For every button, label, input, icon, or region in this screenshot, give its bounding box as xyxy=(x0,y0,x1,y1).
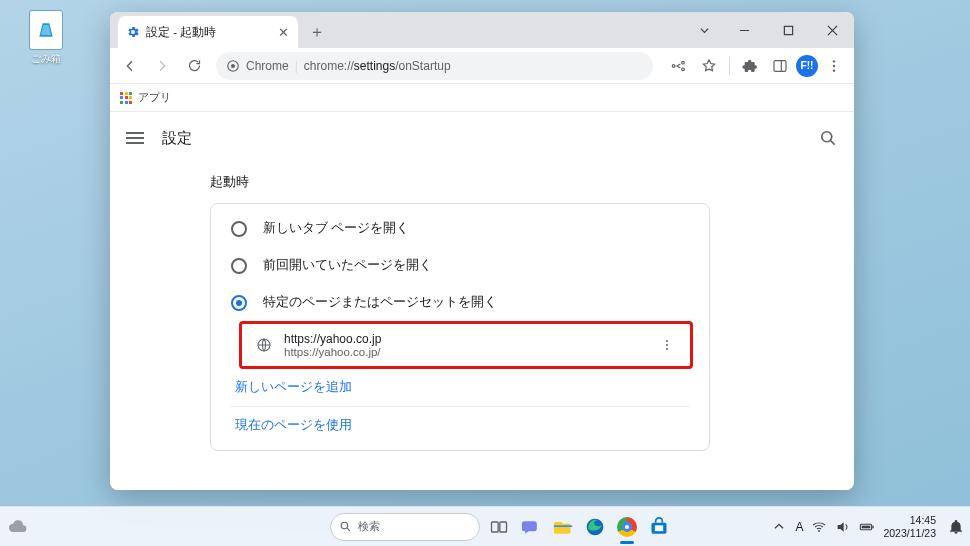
radio-icon xyxy=(231,258,247,274)
menu-icon[interactable] xyxy=(126,132,144,144)
browser-tab[interactable]: 設定 - 起動時 ✕ xyxy=(118,16,298,48)
globe-icon xyxy=(256,337,272,353)
taskbar-widgets[interactable] xyxy=(8,517,28,537)
svg-point-8 xyxy=(822,132,832,142)
svg-rect-25 xyxy=(862,525,871,528)
svg-point-2 xyxy=(231,63,235,67)
bookmark-star-button[interactable] xyxy=(695,52,723,80)
use-current-row[interactable]: 現在のページを使用 xyxy=(211,407,709,444)
share-button[interactable] xyxy=(665,52,693,80)
battery-icon[interactable] xyxy=(859,519,875,535)
option-label: 特定のページまたはページセットを開く xyxy=(263,294,497,311)
apps-label[interactable]: アプリ xyxy=(138,90,171,105)
forward-button[interactable] xyxy=(148,52,176,80)
page-row[interactable]: https://yahoo.co.jp https://yahoo.co.jp/ xyxy=(242,324,690,366)
taskbar-chat-icon[interactable] xyxy=(518,514,544,540)
new-tab-button[interactable]: ＋ xyxy=(304,19,330,45)
page-entry-title: https://yahoo.co.jp xyxy=(284,332,381,346)
browser-toolbar: Chrome | chrome://settings/onStartup xyxy=(110,48,854,84)
tab-overflow-button[interactable] xyxy=(686,12,722,48)
svg-point-7 xyxy=(833,69,835,71)
chrome-window: 設定 - 起動時 ✕ ＋ Chrome xyxy=(110,12,854,490)
start-button[interactable] xyxy=(298,514,324,540)
svg-point-11 xyxy=(666,340,668,342)
add-page-link: 新しいページを追加 xyxy=(235,380,352,394)
startup-page-entry: https://yahoo.co.jp https://yahoo.co.jp/ xyxy=(239,321,693,369)
notification-icon[interactable] xyxy=(948,519,964,535)
chrome-icon xyxy=(226,59,240,73)
radio-icon-selected xyxy=(231,295,247,311)
maximize-button[interactable] xyxy=(766,12,810,48)
volume-icon[interactable] xyxy=(835,519,851,535)
svg-point-5 xyxy=(833,60,835,62)
svg-rect-0 xyxy=(784,26,792,34)
ime-indicator[interactable]: A xyxy=(795,520,803,534)
settings-content: 設定 起動時 新しいタブ ページを開く 前回開いていたページを開く xyxy=(110,112,854,490)
extensions-button[interactable] xyxy=(736,52,764,80)
startup-options-card: 新しいタブ ページを開く 前回開いていたページを開く 特定のページまたはページセ… xyxy=(210,203,710,451)
use-current-link: 現在のページを使用 xyxy=(235,418,352,432)
page-title: 設定 xyxy=(162,129,192,148)
svg-rect-17 xyxy=(500,522,507,532)
time-text: 14:45 xyxy=(883,514,936,526)
side-panel-button[interactable] xyxy=(766,52,794,80)
svg-point-6 xyxy=(833,64,835,66)
taskbar-explorer-icon[interactable] xyxy=(550,514,576,540)
address-text: chrome://settings/onStartup xyxy=(304,59,451,73)
recycle-bin-label: ごみ箱 xyxy=(22,52,70,66)
back-button[interactable] xyxy=(116,52,144,80)
add-page-row[interactable]: 新しいページを追加 xyxy=(211,369,709,406)
section-title: 起動時 xyxy=(210,174,854,191)
option-new-tab[interactable]: 新しいタブ ページを開く xyxy=(211,210,709,247)
weather-icon xyxy=(8,517,28,537)
address-prefix: Chrome xyxy=(246,59,289,73)
apps-icon[interactable] xyxy=(120,92,132,104)
svg-point-14 xyxy=(341,522,348,529)
bookmarks-bar: アプリ xyxy=(110,84,854,112)
tab-close-icon[interactable]: ✕ xyxy=(276,25,290,39)
option-label: 新しいタブ ページを開く xyxy=(263,220,409,237)
window-controls xyxy=(686,12,854,48)
option-specific-pages[interactable]: 特定のページまたはページセットを開く xyxy=(211,284,709,321)
address-bar[interactable]: Chrome | chrome://settings/onStartup xyxy=(216,52,653,80)
tray-chevron-icon[interactable] xyxy=(771,519,787,535)
gear-icon xyxy=(126,25,140,39)
svg-rect-16 xyxy=(492,522,499,532)
titlebar: 設定 - 起動時 ✕ ＋ xyxy=(110,12,854,48)
taskbar: 検索 A 14:45 2023/11/23 xyxy=(0,506,970,546)
taskbar-edge-icon[interactable] xyxy=(582,514,608,540)
svg-point-22 xyxy=(819,530,821,532)
chrome-menu-button[interactable] xyxy=(820,52,848,80)
svg-line-15 xyxy=(347,528,350,531)
minimize-button[interactable] xyxy=(722,12,766,48)
svg-point-12 xyxy=(666,344,668,346)
close-window-button[interactable] xyxy=(810,12,854,48)
option-label: 前回開いていたページを開く xyxy=(263,257,432,274)
option-continue[interactable]: 前回開いていたページを開く xyxy=(211,247,709,284)
taskbar-clock[interactable]: 14:45 2023/11/23 xyxy=(883,514,936,538)
page-entry-url: https://yahoo.co.jp/ xyxy=(284,346,381,358)
svg-point-13 xyxy=(666,348,668,350)
reload-button[interactable] xyxy=(180,52,208,80)
svg-rect-21 xyxy=(655,525,663,531)
settings-header: 設定 xyxy=(110,112,854,164)
radio-icon xyxy=(231,221,247,237)
desktop: ごみ箱 設定 - 起動時 ✕ ＋ xyxy=(0,0,970,546)
profile-avatar[interactable]: F!! xyxy=(796,55,818,77)
system-tray: A 14:45 2023/11/23 xyxy=(771,514,964,538)
page-entry-menu-button[interactable] xyxy=(658,336,676,354)
taskbar-search[interactable]: 検索 xyxy=(330,513,480,541)
wifi-icon[interactable] xyxy=(811,519,827,535)
taskbar-chrome-icon[interactable] xyxy=(614,514,640,540)
recycle-bin[interactable]: ごみ箱 xyxy=(22,10,70,66)
svg-rect-3 xyxy=(774,60,786,71)
taskbar-store-icon[interactable] xyxy=(646,514,672,540)
taskbar-center: 検索 xyxy=(298,513,672,541)
search-placeholder: 検索 xyxy=(358,519,380,534)
svg-rect-24 xyxy=(873,525,874,528)
recycle-bin-icon xyxy=(29,10,63,50)
task-view-button[interactable] xyxy=(486,514,512,540)
search-icon[interactable] xyxy=(818,128,838,148)
svg-line-9 xyxy=(831,141,835,145)
date-text: 2023/11/23 xyxy=(883,527,936,539)
